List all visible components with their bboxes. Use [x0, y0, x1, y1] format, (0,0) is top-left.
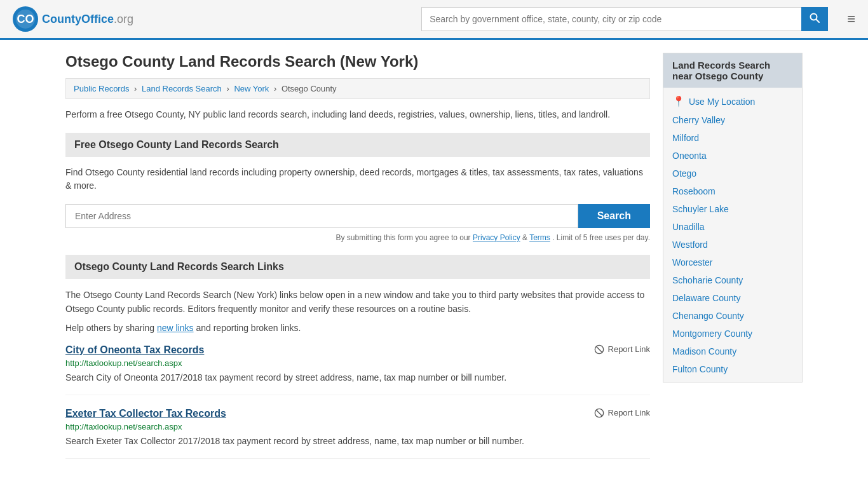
link-item-header: City of Oneonta Tax Records Report Link	[65, 344, 650, 356]
sidebar-item-roseboom: Roseboom	[663, 182, 802, 200]
link-item-title[interactable]: Exeter Tax Collector Tax Records	[65, 408, 226, 419]
sidebar-item-madison-county: Madison County	[663, 342, 802, 360]
sidebar-item-chenango-county: Chenango County	[663, 307, 802, 325]
sidebar-item-montgomery-county: Montgomery County	[663, 325, 802, 342]
terms-link[interactable]: Terms	[529, 233, 550, 242]
report-link-button[interactable]: Report Link	[594, 408, 650, 418]
logo-icon: CO	[13, 6, 38, 32]
sidebar-item-milford: Milford	[663, 129, 802, 147]
sidebar-item-otego: Otego	[663, 165, 802, 182]
share-line: Help others by sharing new links and rep…	[65, 323, 650, 333]
sidebar-item-delaware-county: Delaware County	[663, 289, 802, 307]
address-search-form: Search	[65, 204, 650, 228]
link-item-title[interactable]: City of Oneonta Tax Records	[65, 344, 204, 356]
privacy-policy-link[interactable]: Privacy Policy	[473, 233, 520, 242]
global-search-button[interactable]	[801, 7, 828, 31]
global-search-area	[421, 7, 828, 31]
breadcrumb-land-records[interactable]: Land Records Search	[142, 84, 222, 93]
address-search-button[interactable]: Search	[578, 204, 650, 228]
sidebar-item-fulton-county: Fulton County	[663, 360, 802, 378]
link-desc: Search City of Oneonta 2017/2018 tax pay…	[65, 371, 650, 384]
breadcrumb-current: Otsego County	[281, 84, 337, 93]
logo-link[interactable]: CO CountyOffice.org	[13, 6, 133, 32]
sidebar-title: Land Records Search near Otsego County	[663, 53, 802, 88]
links-section-header: Otsego County Land Records Search Links	[65, 255, 650, 279]
page-title: Otsego County Land Records Search (New Y…	[65, 53, 650, 71]
svg-line-8	[596, 410, 602, 416]
site-header: CO CountyOffice.org ≡	[0, 0, 868, 40]
report-link-button[interactable]: Report Link	[594, 344, 650, 355]
svg-line-6	[596, 346, 602, 352]
sidebar-item-schuyler-lake: Schuyler Lake	[663, 200, 802, 218]
hamburger-button[interactable]: ≡	[847, 11, 855, 27]
free-search-section-header: Free Otsego County Land Records Search	[65, 133, 650, 157]
new-links-link[interactable]: new links	[157, 323, 194, 333]
page-description: Perform a free Otsego County, NY public …	[65, 108, 650, 121]
links-description: The Otsego County Land Records Search (N…	[65, 288, 650, 316]
sidebar-item-worcester: Worcester	[663, 254, 802, 271]
link-item: City of Oneonta Tax Records Report Link …	[65, 344, 650, 395]
sidebar-box: Land Records Search near Otsego County 📍…	[663, 53, 803, 383]
sidebar-list: 📍 Use My Location Cherry Valley Milford …	[663, 88, 802, 382]
link-url: http://taxlookup.net/search.aspx	[65, 358, 650, 368]
breadcrumb-new-york[interactable]: New York	[234, 84, 269, 93]
link-item-header: Exeter Tax Collector Tax Records Report …	[65, 408, 650, 419]
report-icon	[594, 408, 604, 418]
form-note: By submitting this form you agree to our…	[65, 233, 650, 242]
free-search-description: Find Otsego County residential land reco…	[65, 166, 650, 193]
sidebar-item-westford: Westford	[663, 236, 802, 254]
breadcrumb: Public Records › Land Records Search › N…	[65, 78, 650, 99]
sidebar-item-oneonta: Oneonta	[663, 147, 802, 165]
sidebar: Land Records Search near Otsego County 📍…	[663, 53, 803, 471]
sidebar-use-location[interactable]: 📍 Use My Location	[663, 92, 802, 111]
sidebar-item-schoharie-county: Schoharie County	[663, 271, 802, 289]
link-desc: Search Exeter Tax Collector 2017/2018 ta…	[65, 435, 650, 448]
logo-text: CountyOffice.org	[42, 13, 133, 26]
content-area: Otsego County Land Records Search (New Y…	[65, 53, 650, 471]
report-icon	[594, 344, 604, 355]
pin-icon: 📍	[672, 95, 685, 107]
breadcrumb-public-records[interactable]: Public Records	[74, 84, 129, 93]
svg-text:CO: CO	[17, 13, 34, 25]
search-icon	[810, 13, 820, 23]
address-input[interactable]	[65, 204, 578, 228]
link-item: Exeter Tax Collector Tax Records Report …	[65, 408, 650, 459]
sidebar-item-cherry-valley: Cherry Valley	[663, 111, 802, 129]
sidebar-item-unadilla: Unadilla	[663, 218, 802, 236]
svg-line-4	[817, 20, 820, 23]
link-url: http://taxlookup.net/search.aspx	[65, 422, 650, 431]
main-container: Otsego County Land Records Search (New Y…	[53, 40, 815, 484]
use-location-link[interactable]: Use My Location	[689, 97, 755, 107]
global-search-input[interactable]	[421, 7, 801, 31]
